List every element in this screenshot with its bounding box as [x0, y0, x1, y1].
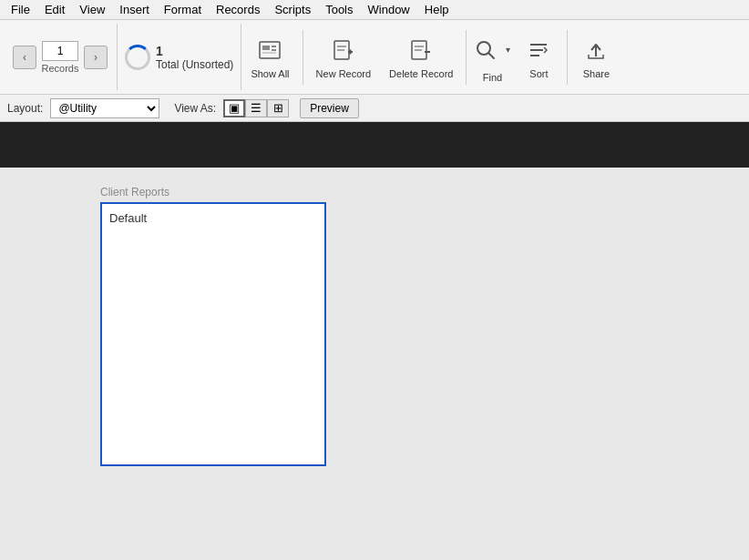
svg-rect-1	[262, 46, 270, 50]
chevron-left-icon: ‹	[23, 51, 26, 64]
find-dropdown-button[interactable]: ▾	[501, 36, 514, 65]
view-as-label: View As:	[174, 102, 216, 115]
share-button[interactable]: Share	[571, 25, 621, 89]
delete-record-icon	[408, 36, 434, 65]
find-group: ▾ Find	[470, 25, 514, 89]
sort-icon	[527, 36, 550, 65]
search-svg	[474, 38, 498, 62]
show-all-label: Show All	[251, 68, 289, 79]
header-dark-bar	[0, 122, 749, 168]
total-count: 1	[156, 44, 233, 58]
menu-view[interactable]: View	[72, 1, 112, 18]
menu-help[interactable]: Help	[417, 1, 457, 18]
show-all-icon	[257, 36, 282, 65]
sort-button[interactable]: Sort	[514, 25, 563, 89]
chevron-right-icon: ›	[94, 51, 97, 64]
table-view-icon: ⊞	[273, 101, 283, 115]
menu-records[interactable]: Records	[209, 1, 267, 18]
client-reports-field-label: Client Reports	[100, 186, 169, 199]
main-content: Client Reports Default	[0, 168, 749, 550]
svg-rect-4	[262, 52, 276, 54]
next-record-button[interactable]: ›	[84, 46, 108, 69]
find-label: Find	[483, 72, 502, 83]
record-number-input[interactable]	[42, 41, 78, 61]
delete-record-button[interactable]: Delete Record	[380, 25, 462, 89]
preview-button[interactable]: Preview	[300, 98, 359, 118]
share-label: Share	[583, 68, 610, 79]
sort-label: Sort	[529, 68, 548, 79]
spinner-icon	[125, 45, 150, 70]
records-label: Records	[42, 63, 79, 74]
new-record-button[interactable]: New Record	[307, 25, 381, 89]
layout-select[interactable]: @Utility	[50, 98, 159, 118]
layout-bar: Layout: @Utility View As: ▣ ☰ ⊞ Preview	[0, 95, 749, 122]
delete-record-svg	[408, 37, 434, 63]
find-icon	[474, 36, 498, 65]
list-view-icon: ☰	[251, 101, 262, 115]
svg-line-15	[489, 53, 495, 58]
prev-record-button[interactable]: ‹	[13, 46, 36, 69]
delete-record-label: Delete Record	[389, 68, 453, 79]
share-icon	[584, 36, 608, 65]
menu-bar: File Edit View Insert Format Records Scr…	[0, 0, 749, 20]
layout-label: Layout:	[7, 102, 43, 115]
total-description: Total (Unsorted)	[156, 58, 233, 71]
sep-1	[303, 30, 303, 85]
new-record-icon	[331, 36, 356, 65]
find-inner: ▾	[470, 32, 514, 68]
toolbar: ‹ Records › 1 Total (Unsorted) Show	[0, 20, 749, 95]
view-form-button[interactable]: ▣	[223, 99, 245, 117]
menu-format[interactable]: Format	[157, 1, 209, 18]
show-all-svg	[257, 37, 282, 63]
svg-rect-3	[272, 49, 276, 51]
share-svg	[584, 38, 608, 62]
menu-window[interactable]: Window	[361, 1, 417, 18]
show-all-button[interactable]: Show All	[241, 25, 298, 89]
menu-insert[interactable]: Insert	[112, 1, 157, 18]
new-record-label: New Record	[316, 68, 372, 79]
menu-scripts[interactable]: Scripts	[267, 1, 318, 18]
new-record-svg	[331, 37, 356, 63]
view-btn-group: ▣ ☰ ⊞	[223, 99, 289, 117]
form-view-icon: ▣	[229, 101, 240, 115]
menu-edit[interactable]: Edit	[37, 1, 72, 18]
client-reports-card[interactable]: Default	[100, 202, 326, 466]
view-table-button[interactable]: ⊞	[267, 99, 289, 117]
total-area: 1 Total (Unsorted)	[118, 24, 241, 90]
sort-svg	[527, 38, 550, 62]
nav-group: ‹ Records ›	[7, 24, 118, 90]
view-list-button[interactable]: ☰	[245, 99, 267, 117]
menu-tools[interactable]: Tools	[318, 1, 360, 18]
svg-rect-2	[272, 46, 276, 47]
find-button[interactable]	[470, 32, 501, 68]
sep-3	[567, 30, 568, 85]
sep-2	[466, 30, 467, 85]
menu-file[interactable]: File	[4, 1, 37, 18]
total-info: 1 Total (Unsorted)	[156, 44, 233, 71]
client-reports-value: Default	[109, 211, 147, 225]
